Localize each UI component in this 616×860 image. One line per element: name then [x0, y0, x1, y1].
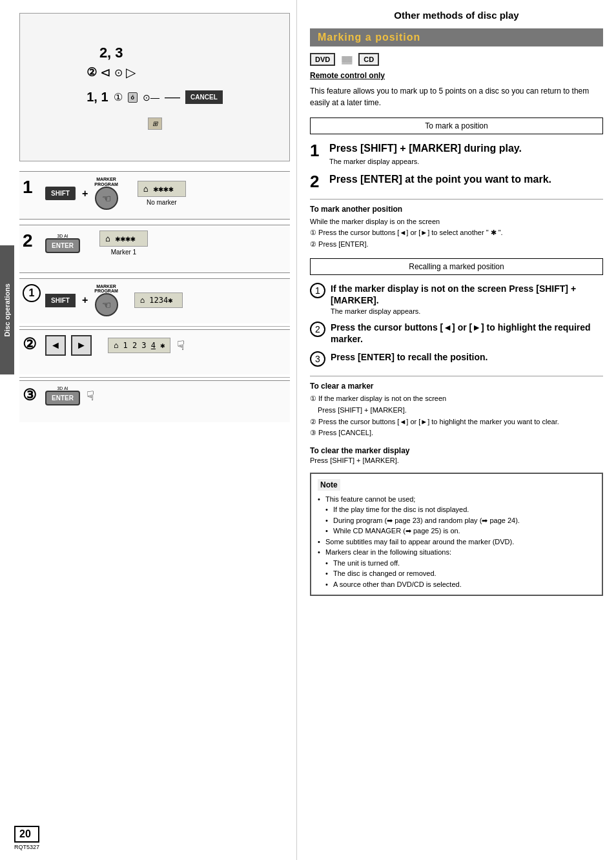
note-item-7: • The disc is changed or removed. — [318, 568, 595, 579]
clear-display-title: To clear the marker display — [310, 446, 410, 455]
note-item-5: • Markers clear in the following situati… — [318, 547, 595, 558]
display-no-marker: ⌂ ✱✱✱✱ — [138, 181, 186, 197]
recall-step1-sub: The marker display appears. — [331, 307, 603, 315]
note-item-8: • A source other than DVD/CD is selected… — [318, 579, 595, 590]
page-footer: 20 RQT5327 — [14, 826, 39, 850]
remote-only: Remote control only — [310, 71, 603, 80]
clear-step3: ③ Press [CANCEL]. — [310, 429, 373, 436]
recall-step3: 3 Press [ENTER] to recall the position. — [310, 351, 603, 367]
dvd-badge: DVD — [310, 53, 335, 66]
section-title: Other methods of disc play — [310, 10, 603, 21]
no-marker-label: No marker — [147, 199, 177, 206]
note-item-2: • During program (➡ page 23) and random … — [318, 515, 595, 526]
recall-step2: 2 Press the cursor buttons [◄] or [►] to… — [310, 322, 603, 345]
note-title: Note — [318, 479, 340, 491]
disc-badges: DVD ▓▓ CD — [310, 53, 603, 66]
clear-step2: ② Press the cursor buttons [◄] or [►] to… — [310, 418, 559, 425]
note-box: Note • This feature cannot be used; • If… — [310, 473, 603, 597]
page-number: 20 — [14, 826, 39, 843]
recall-box: Recalling a marked position — [310, 258, 603, 275]
sub-text1: While the marker display is on the scree… — [310, 218, 440, 225]
note-list: • This feature cannot be used; • If the … — [318, 494, 595, 590]
illus-step1: 1 SHIFT + MARKERPROGRAM ☜ ⌂ ✱✱✱✱ — [19, 171, 290, 220]
recall-step1: 1 If the marker display is not on the sc… — [310, 283, 603, 315]
marker-program-button2[interactable]: ☜ — [95, 293, 118, 316]
recall-step2-num: 2 — [315, 324, 320, 334]
step1-sub: The marker display appears. — [329, 158, 522, 165]
top-illustration: 2, 3 ② ⊲ ⊙ ▷ 1, 1 ① ó — [19, 13, 290, 161]
display-marker1: ⌂ ✱✱✱✱ — [99, 230, 148, 247]
mark-another-text: While the marker display is on the scree… — [310, 216, 603, 251]
mark-step2: 2 Press [ENTER] at the point you want to… — [310, 173, 603, 190]
illus-step2: 2 3D AI ENTER ⌂ ✱✱✱✱ Marker 1 — [19, 225, 290, 273]
cancel-btn-illus: CANCEL — [185, 90, 223, 104]
step2-number: 2 — [310, 173, 323, 190]
display-1234star: ⌂ 1234✱ — [134, 292, 183, 308]
step1-label: 1, 1 — [87, 90, 108, 105]
clear-marker-text: ① If the marker display is not on the sc… — [310, 393, 603, 438]
note-item-3: • While CD MANAGER (➡ page 25) is on. — [318, 526, 595, 537]
recall-box-title: Recalling a marked position — [317, 262, 596, 271]
mark-another-section: To mark another position While the marke… — [310, 199, 603, 251]
sub-step1: ① Press the cursor buttons [◄] or [►] to… — [310, 229, 503, 236]
right-column: Other methods of disc play Marking a pos… — [297, 0, 616, 860]
side-tab: Disc operations — [0, 245, 14, 374]
note-item-0: • This feature cannot be used; — [318, 494, 595, 505]
left-column: 2, 3 ② ⊲ ⊙ ▷ 1, 1 ① ó — [0, 0, 297, 860]
marking-header: Marking a position — [310, 28, 603, 46]
clear-marker-section: To clear a marker ① If the marker displa… — [310, 376, 603, 438]
step-num-2b: ② — [87, 65, 97, 79]
step1-text: Press [SHIFT] + [MARKER] during play. — [329, 142, 522, 156]
display-1234star-b: ⌂ 1 2 3 4 ✱ — [108, 338, 170, 353]
left-arrow-btn[interactable]: ◄ — [45, 335, 66, 356]
marker-program-button[interactable]: ☜ — [95, 187, 118, 210]
illus-recall-step3: ③ 3D AI ENTER ☟ — [19, 380, 290, 422]
note-item-4: • Some subtitles may fail to appear arou… — [318, 537, 595, 548]
cd-badge: CD — [358, 53, 379, 66]
marker1-label: Marker 1 — [111, 249, 136, 256]
shift-button[interactable]: SHIFT — [45, 187, 76, 200]
recall-step3-text: Press [ENTER] to recall the position. — [331, 351, 488, 363]
mark-another-title: To mark another position — [310, 205, 603, 214]
clear-step1: ① If the marker display is not on the sc… — [310, 394, 446, 402]
note-item-6: • The unit is turned off. — [318, 558, 595, 569]
sub-step2: ② Press [ENTER]. — [310, 240, 369, 248]
mark-step1: 1 Press [SHIFT] + [MARKER] during play. … — [310, 142, 603, 165]
recall-step3-num: 3 — [315, 354, 320, 364]
enter-button[interactable]: ENTER — [45, 238, 80, 253]
recall-step2-text: Press the cursor buttons [◄] or [►] to h… — [331, 322, 603, 345]
recall-step1-num: 1 — [315, 285, 320, 296]
clear-display-section: To clear the marker display Press [SHIFT… — [310, 445, 603, 465]
to-mark-title: To mark a position — [317, 121, 596, 130]
enter-button2[interactable]: ENTER — [45, 391, 80, 405]
illus-recall-step2: ② ◄ ► ⌂ 1 2 3 4 ✱ ☟ — [19, 329, 290, 374]
step1-number: 1 — [310, 142, 323, 159]
clear-display-text: Press [SHIFT] + [MARKER]. — [310, 456, 399, 464]
page-code: RQT5327 — [14, 844, 39, 850]
shift-button2[interactable]: SHIFT — [45, 294, 76, 307]
step-num-2: 2, 3 — [99, 45, 123, 61]
to-mark-box: To mark a position — [310, 118, 603, 134]
side-tab-label: Disc operations — [3, 283, 11, 337]
illus-recall-step1: 1 SHIFT + MARKERPROGRAM ☜ ⌂ 1234✱ — [19, 278, 290, 323]
clear-step1a: Press [SHIFT] + [MARKER]. — [310, 406, 407, 414]
note-item-1: • If the play time for the disc is not d… — [318, 504, 595, 515]
step2-text: Press [ENTER] at the point you want to m… — [329, 173, 551, 187]
right-arrow-btn[interactable]: ► — [71, 335, 92, 356]
clear-marker-title: To clear a marker — [310, 382, 603, 391]
feature-desc: This feature allows you to mark up to 5 … — [310, 85, 603, 108]
recall-step1-text: If the marker display is not on the scre… — [331, 283, 603, 306]
